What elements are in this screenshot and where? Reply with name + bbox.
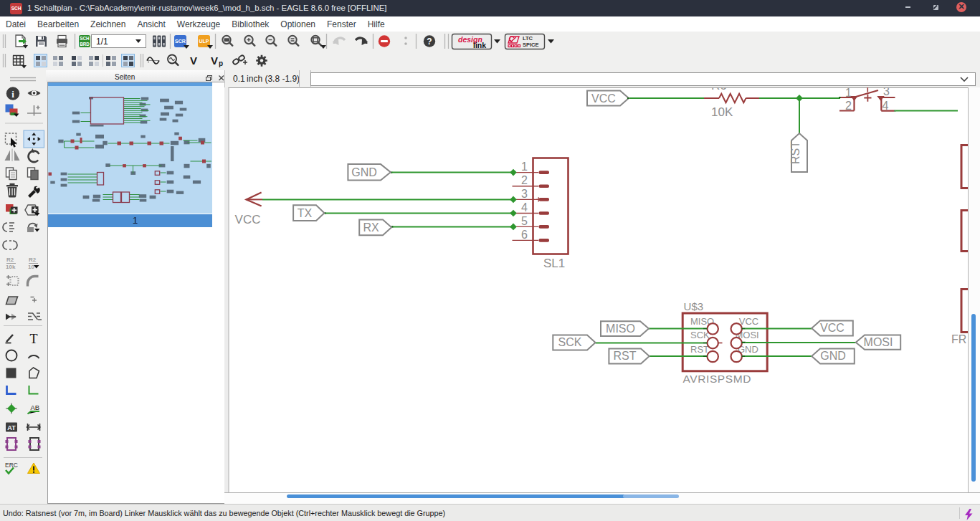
svg-text:link: link (473, 41, 486, 49)
svg-text:?: ? (427, 37, 432, 47)
svg-text:VCC: VCC (591, 92, 616, 105)
svg-text:10: 10 (28, 264, 34, 270)
svg-text:RX: RX (363, 221, 379, 234)
svg-text:SCK: SCK (690, 330, 710, 340)
svg-text:RST: RST (690, 344, 709, 355)
svg-text:p: p (219, 59, 223, 67)
svg-text:ERC: ERC (5, 462, 18, 469)
svg-text:R2: R2 (29, 257, 37, 263)
svg-text:10k: 10k (6, 264, 16, 270)
svg-text:ULP: ULP (199, 39, 209, 44)
svg-text:T: T (30, 332, 38, 346)
svg-text:5: 5 (521, 215, 528, 227)
svg-text:6: 6 (521, 229, 528, 241)
svg-text:SCR: SCR (175, 39, 186, 44)
svg-text:AB: AB (31, 403, 40, 411)
svg-text:R2: R2 (6, 257, 14, 263)
svg-text:TX: TX (298, 207, 313, 219)
svg-text:RST: RST (614, 350, 637, 362)
svg-text:V: V (190, 54, 197, 67)
svg-text:VCC: VCC (739, 316, 758, 327)
svg-text:R6: R6 (711, 87, 727, 92)
svg-text:1: 1 (521, 161, 528, 173)
svg-text:SCH: SCH (80, 36, 90, 41)
svg-text:4: 4 (521, 201, 528, 214)
svg-text:SPICE: SPICE (523, 42, 539, 48)
svg-text:MOSI: MOSI (864, 336, 893, 348)
svg-text:SCK: SCK (558, 336, 582, 348)
svg-text:1/1: 1/1 (96, 37, 108, 47)
svg-text:2: 2 (521, 174, 528, 186)
svg-text:GND: GND (820, 350, 846, 362)
svg-text:AT: AT (7, 424, 16, 431)
svg-text:AVRISPSMD: AVRISPSMD (683, 373, 752, 385)
svg-text:RST: RST (789, 141, 801, 164)
svg-text:SL1: SL1 (543, 257, 565, 270)
svg-text:3: 3 (883, 87, 890, 97)
svg-text:i: i (11, 89, 14, 100)
svg-text:GND: GND (351, 166, 377, 178)
svg-text:U$3: U$3 (684, 300, 704, 312)
svg-text:4: 4 (883, 100, 889, 112)
svg-text:MISO: MISO (606, 322, 635, 335)
svg-text:FR: FR (951, 333, 966, 345)
svg-text:2: 2 (845, 100, 852, 112)
svg-text:BRD: BRD (80, 42, 90, 47)
svg-text:3: 3 (521, 188, 528, 200)
svg-text:10K: 10K (711, 105, 733, 119)
svg-text:LTC: LTC (523, 35, 533, 42)
svg-text:VCC: VCC (235, 213, 261, 226)
svg-text:VCC: VCC (820, 322, 845, 334)
svg-text:V: V (211, 54, 218, 67)
